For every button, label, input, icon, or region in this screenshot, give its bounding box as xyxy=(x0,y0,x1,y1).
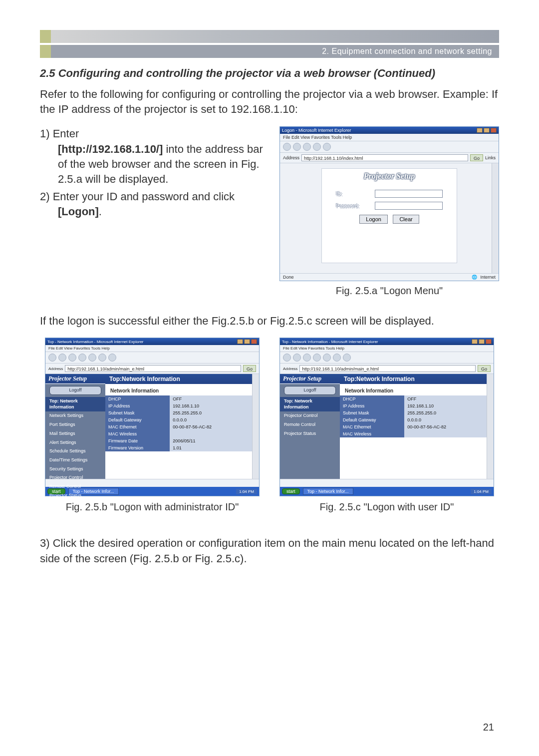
table-key: IP Address xyxy=(340,402,404,409)
window-title: Logon - Microsoft Internet Explorer xyxy=(282,128,351,133)
favorites-icon[interactable] xyxy=(108,354,116,362)
sidebar-item[interactable]: Schedule Settings xyxy=(45,447,105,456)
sidebar-item[interactable]: Projector Control xyxy=(45,473,105,482)
maximize-icon[interactable] xyxy=(479,339,485,344)
sidebar-item[interactable]: Network Settings xyxy=(45,411,105,420)
table-key: IP Address xyxy=(105,402,170,409)
page-number: 21 xyxy=(483,722,494,733)
figure-a-caption: Fig. 2.5.a "Logon Menu" xyxy=(279,285,499,297)
table-key: MAC Wireless xyxy=(105,430,170,437)
go-button[interactable]: Go xyxy=(470,154,483,161)
table-key: Firmware Version xyxy=(105,444,170,451)
section-banner: 2. Equipment connection and network sett… xyxy=(40,45,499,58)
scrollbar[interactable] xyxy=(252,374,259,479)
back-icon[interactable] xyxy=(48,354,56,362)
sidebar-item[interactable]: Top: Network Information xyxy=(280,397,340,411)
table-key: Default Gateway xyxy=(105,416,170,423)
table-key: MAC Ethernet xyxy=(340,423,404,430)
go-button[interactable]: Go xyxy=(243,365,256,372)
table-key: Firmware Date xyxy=(105,437,170,444)
step-2: 2) Enter your ID and password and click … xyxy=(40,189,270,220)
sidebar-item[interactable]: Mail Settings xyxy=(45,429,105,438)
scrollbar[interactable] xyxy=(492,163,499,273)
links-label[interactable]: Links xyxy=(485,155,496,160)
scrollbar[interactable] xyxy=(487,374,494,479)
address-input[interactable]: http://192.168.1.10/admin/main_e.html xyxy=(65,365,241,372)
sidebar-item[interactable]: Alert Settings xyxy=(45,438,105,447)
forward-icon[interactable] xyxy=(58,354,66,362)
maximize-icon[interactable] xyxy=(244,339,250,344)
table-val: 00-00-87-56-AC-82 xyxy=(170,423,259,430)
page-body: Projector Setup Logoff Top: Network Info… xyxy=(45,374,259,479)
clear-button[interactable]: Clear xyxy=(393,215,419,224)
section-banner-text: 2. Equipment connection and network sett… xyxy=(322,47,492,55)
close-icon[interactable] xyxy=(251,339,257,344)
sidebar-item[interactable]: Date/Time Settings xyxy=(45,456,105,465)
sidebar-item[interactable]: Port Settings xyxy=(45,420,105,429)
sidebar-item[interactable]: Top: Network Information xyxy=(45,397,105,411)
home-icon[interactable] xyxy=(88,354,96,362)
logoff-button[interactable]: Logoff xyxy=(49,386,101,395)
intro-paragraph: Refer to the following for configuring o… xyxy=(40,87,499,116)
refresh-icon[interactable] xyxy=(78,354,86,362)
refresh-icon[interactable] xyxy=(313,354,321,362)
sidebar-item[interactable]: Remote Control xyxy=(45,482,105,491)
address-input[interactable]: http://192.168.1.10/index.html xyxy=(301,154,468,161)
table-val xyxy=(404,430,494,437)
logoff-button[interactable]: Logoff xyxy=(284,386,336,395)
sidebar-item[interactable]: Projector Control xyxy=(280,411,340,420)
content-pane: Top:Network Information Network Informat… xyxy=(340,374,494,479)
stop-icon[interactable] xyxy=(68,354,76,362)
network-info-table: DHCPOFF IP Address192.168.1.10 Subnet Ma… xyxy=(340,395,494,437)
password-input[interactable] xyxy=(375,202,443,210)
stop-icon[interactable] xyxy=(303,143,311,151)
stop-icon[interactable] xyxy=(303,354,311,362)
refresh-icon[interactable] xyxy=(313,143,321,151)
sidebar-user: Logoff Top: Network Information Projecto… xyxy=(280,374,340,479)
menu-bar[interactable]: File Edit View Favorites Tools Help xyxy=(280,345,494,352)
minimize-icon[interactable] xyxy=(237,339,243,344)
sidebar-item[interactable]: Remote Control xyxy=(280,420,340,429)
home-icon[interactable] xyxy=(323,143,331,151)
logon-button[interactable]: Logon xyxy=(359,215,388,224)
forward-icon[interactable] xyxy=(293,143,301,151)
content-subheader: Network Information xyxy=(105,384,259,395)
id-input[interactable] xyxy=(375,190,443,198)
address-input[interactable]: http://192.168.1.10/admin/main_e.html xyxy=(299,365,476,372)
address-bar-row: Address http://192.168.1.10/index.html G… xyxy=(280,153,499,163)
back-icon[interactable] xyxy=(283,143,291,151)
toolbar xyxy=(280,352,494,364)
minimize-icon[interactable] xyxy=(472,339,478,344)
start-button[interactable]: start xyxy=(282,488,300,494)
table-val: 2006/05/11 xyxy=(170,437,259,444)
sidebar-item[interactable]: Projector Status xyxy=(280,429,340,438)
figure-b-browser: Top - Network Information - Microsoft In… xyxy=(45,338,260,496)
password-label: Password: xyxy=(336,203,371,209)
favorites-icon[interactable] xyxy=(343,354,351,362)
menu-bar[interactable]: File Edit View Favorites Tools Help xyxy=(45,345,259,352)
table-key: DHCP xyxy=(340,395,404,402)
menu-bar[interactable]: File Edit View Favorites Tools Help xyxy=(280,134,499,141)
forward-icon[interactable] xyxy=(293,354,301,362)
back-icon[interactable] xyxy=(283,354,291,362)
close-icon[interactable] xyxy=(491,128,497,133)
close-icon[interactable] xyxy=(486,339,492,344)
sidebar-item[interactable]: Projector Status xyxy=(45,491,105,500)
figure-a-browser: Logon - Microsoft Internet Explorer File… xyxy=(279,126,499,281)
search-icon[interactable] xyxy=(333,354,341,362)
go-button[interactable]: Go xyxy=(478,365,491,372)
clock: 1:04 PM xyxy=(471,489,492,494)
status-left: Done xyxy=(283,275,294,280)
taskbar-item[interactable]: Top - Network Infor... xyxy=(303,488,353,495)
table-val: OFF xyxy=(170,395,259,402)
search-icon[interactable] xyxy=(98,354,106,362)
address-label: Address xyxy=(283,367,297,371)
table-val: 192.168.1.10 xyxy=(404,402,494,409)
maximize-icon[interactable] xyxy=(484,128,490,133)
clock: 1:04 PM xyxy=(236,489,257,494)
home-icon[interactable] xyxy=(323,354,331,362)
minimize-icon[interactable] xyxy=(477,128,483,133)
content-pane: Top:Network Information Network Informat… xyxy=(105,374,259,479)
sidebar-item[interactable]: Security Settings xyxy=(45,465,105,474)
table-key: Subnet Mask xyxy=(105,409,170,416)
